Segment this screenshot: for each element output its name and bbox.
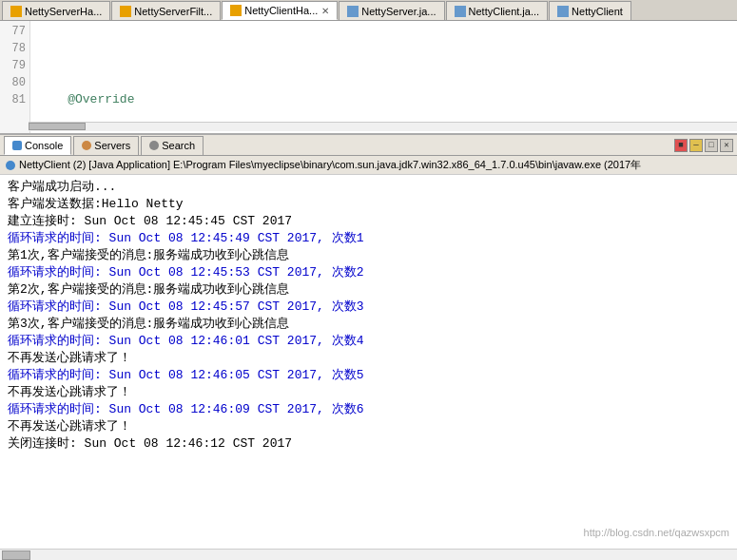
console-tab-label: Console — [25, 140, 63, 151]
code-content[interactable]: @Override public void channelRead(Channe… — [30, 21, 572, 133]
java-file-icon — [455, 6, 466, 17]
java-file-icon — [557, 6, 569, 17]
console-line-15: 关闭连接时: Sun Oct 08 12:46:12 CST 2017 — [8, 435, 729, 453]
tab-servers[interactable]: Servers — [73, 136, 139, 155]
console-app-icon — [6, 161, 15, 170]
panel-tab-bar: Console Servers Search ■ ─ □ ✕ — [0, 135, 737, 156]
console-line-12: 不再发送心跳请求了！ — [8, 384, 729, 401]
console-line-6: 第2次,客户端接受的消息:服务端成功收到心跳信息 — [8, 281, 729, 299]
servers-tab-label: Servers — [94, 140, 130, 151]
console-line-5: 循环请求的时间: Sun Oct 08 12:45:53 CST 2017, 次… — [8, 264, 729, 281]
console-header: NettyClient (2) [Java Application] E:\Pr… — [0, 156, 737, 175]
tab-console[interactable]: Console — [4, 136, 71, 155]
panel-controls: ■ ─ □ ✕ — [674, 139, 733, 152]
code-line-78: @Override — [38, 91, 565, 108]
console-icon — [12, 141, 22, 150]
tab-label: NettyServerHa... — [25, 6, 102, 17]
console-lines-container: 客户端成功启动...客户端发送数据:Hello Netty建立连接时: Sun … — [8, 179, 729, 453]
tab-nettyclient[interactable]: NettyClient — [549, 1, 631, 20]
console-line-3: 循环请求的时间: Sun Oct 08 12:45:49 CST 2017, 次… — [8, 230, 729, 247]
maximize-button[interactable]: □ — [705, 139, 718, 152]
java-file-icon — [230, 5, 242, 16]
console-line-4: 第1次,客户端接受的消息:服务端成功收到心跳信息 — [8, 247, 729, 264]
tab-nettyclientja[interactable]: NettyClient.ja... — [446, 1, 549, 20]
horizontal-scrollbar[interactable] — [29, 122, 737, 131]
console-line-9: 循环请求的时间: Sun Oct 08 12:46:01 CST 2017, 次… — [8, 333, 729, 350]
code-editor: 77 78 79 80 81 @Override public void cha… — [0, 21, 737, 135]
java-file-icon — [10, 6, 22, 17]
console-header-text: NettyClient (2) [Java Application] E:\Pr… — [19, 158, 641, 172]
bottom-scrollbar[interactable] — [0, 549, 737, 560]
java-file-icon — [347, 6, 359, 17]
search-icon — [149, 141, 159, 150]
java-file-icon — [120, 6, 131, 17]
console-line-10: 不再发送心跳请求了！ — [8, 350, 729, 367]
minimize-button[interactable]: ─ — [689, 139, 703, 152]
scroll-thumb-bottom[interactable] — [2, 550, 30, 560]
tab-nettyserverfilt[interactable]: NettyServerFilt... — [111, 1, 221, 20]
console-line-0: 客户端成功启动... — [8, 179, 729, 196]
console-line-14: 不再发送心跳请求了！ — [8, 418, 729, 435]
close-panel-button[interactable]: ✕ — [720, 139, 733, 152]
watermark: http://blog.csdn.net/qazwsxpcm — [584, 524, 729, 541]
console-line-1: 客户端发送数据:Hello Netty — [8, 196, 729, 213]
console-line-13: 循环请求的时间: Sun Oct 08 12:46:09 CST 2017, 次… — [8, 401, 729, 418]
close-icon[interactable]: ✕ — [321, 6, 329, 16]
stop-button[interactable]: ■ — [674, 139, 688, 152]
tab-nettyserverja[interactable]: NettyServer.ja... — [339, 1, 444, 20]
tab-label: NettyClientHa... — [244, 5, 318, 16]
tab-nettyclientha[interactable]: NettyClientHa... ✕ — [222, 1, 338, 20]
console-line-7: 循环请求的时间: Sun Oct 08 12:45:57 CST 2017, 次… — [8, 299, 729, 316]
console-output[interactable]: 客户端成功启动...客户端发送数据:Hello Netty建立连接时: Sun … — [0, 175, 737, 549]
tab-label: NettyServerFilt... — [134, 6, 212, 17]
servers-icon — [82, 141, 91, 150]
scroll-thumb[interactable] — [29, 123, 86, 130]
tab-label: NettyClient.ja... — [469, 6, 540, 17]
tab-search[interactable]: Search — [141, 136, 204, 155]
tab-nettyserverha[interactable]: NettyServerHa... — [2, 1, 110, 20]
editor-tab-bar: NettyServerHa... NettyServerFilt... Nett… — [0, 0, 737, 21]
console-line-2: 建立连接时: Sun Oct 08 12:45:45 CST 2017 — [8, 213, 729, 230]
tab-label: NettyClient — [572, 6, 623, 17]
console-line-11: 循环请求的时间: Sun Oct 08 12:46:05 CST 2017, 次… — [8, 367, 729, 384]
bottom-panel: Console Servers Search ■ ─ □ ✕ NettyClie… — [0, 135, 737, 560]
tab-label: NettyServer.ja... — [361, 6, 436, 17]
search-tab-label: Search — [162, 140, 195, 151]
console-line-8: 第3次,客户端接受的消息:服务端成功收到心跳信息 — [8, 316, 729, 333]
line-numbers: 77 78 79 80 81 — [0, 21, 30, 133]
